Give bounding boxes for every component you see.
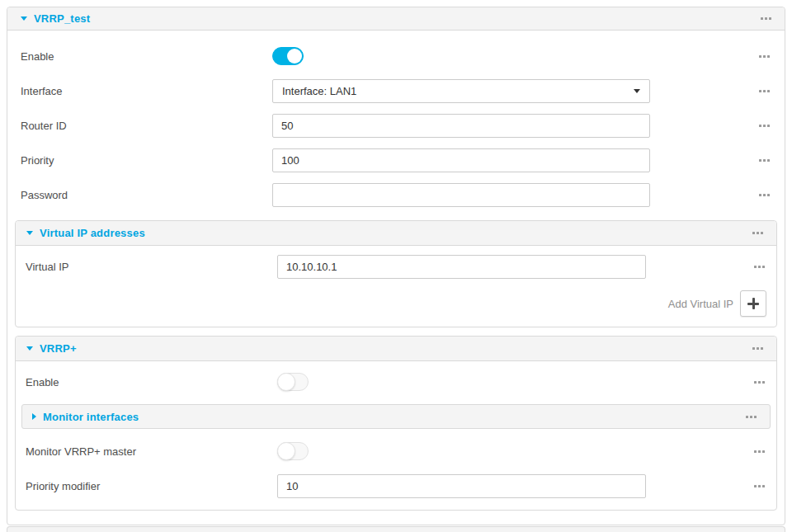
- virtual-ip-input[interactable]: [277, 255, 646, 279]
- form-row-password: Password: [21, 177, 771, 212]
- form-row-priority-modifier: Priority modifier: [26, 468, 766, 503]
- vrrp-plus-enable-toggle[interactable]: [277, 373, 309, 391]
- ellipsis-menu-icon[interactable]: [752, 376, 766, 388]
- field-label: Virtual IP: [26, 261, 277, 273]
- toggle-knob: [287, 49, 302, 64]
- section-title: Monitor interfaces: [43, 411, 139, 423]
- virtual-ip-section-body: Virtual IP Add Virtual IP: [16, 246, 776, 327]
- form-row-vrrp-plus-enable: Enable: [26, 365, 766, 399]
- form-row-monitor-master: Monitor VRRP+ master: [26, 434, 766, 468]
- form-row-priority: Priority: [21, 143, 771, 177]
- ellipsis-menu-icon[interactable]: [759, 12, 773, 25]
- enable-toggle[interactable]: [272, 47, 304, 65]
- priority-modifier-input[interactable]: [277, 474, 646, 498]
- ellipsis-menu-icon[interactable]: [757, 85, 771, 97]
- ellipsis-menu-icon[interactable]: [752, 261, 766, 273]
- field-label: Priority modifier: [26, 480, 277, 492]
- vrrp-plus-section: VRRP+ Enable Monitor interfaces: [15, 336, 777, 511]
- vrrp-panel-header[interactable]: VRRP_test: [7, 7, 785, 31]
- plus-icon: [747, 298, 759, 309]
- triangle-right-icon: [32, 413, 36, 420]
- section-title: Virtual IP addresses: [40, 227, 145, 239]
- password-input[interactable]: [272, 183, 650, 207]
- panel-title: VRRP_test: [34, 12, 90, 25]
- toggle-knob: [277, 373, 295, 391]
- priority-input[interactable]: [272, 148, 650, 172]
- router-id-input[interactable]: [272, 114, 650, 138]
- ellipsis-menu-icon[interactable]: [752, 480, 766, 492]
- ellipsis-menu-icon[interactable]: [751, 227, 765, 239]
- toggle-knob: [277, 442, 295, 460]
- vrrp-plus-section-header[interactable]: VRRP+: [16, 337, 776, 361]
- field-label: Interface: [21, 85, 272, 97]
- monitor-master-toggle[interactable]: [277, 442, 309, 460]
- ellipsis-menu-icon[interactable]: [744, 411, 758, 423]
- caret-down-icon: [634, 89, 640, 93]
- field-label: Password: [21, 189, 272, 201]
- bottom-panel-strip: [7, 526, 785, 532]
- ellipsis-menu-icon[interactable]: [757, 154, 771, 167]
- virtual-ip-section: Virtual IP addresses Virtual IP Add Virt…: [15, 220, 777, 327]
- vrrp-panel: VRRP_test Enable Interface Interface: LA…: [7, 7, 785, 525]
- form-row-virtual-ip: Virtual IP: [26, 249, 766, 284]
- ellipsis-menu-icon[interactable]: [757, 120, 771, 132]
- vrrp-plus-section-body: Enable Monitor interfaces Monitor VRRP+ …: [16, 361, 776, 510]
- monitor-interfaces-header[interactable]: Monitor interfaces: [21, 404, 771, 429]
- triangle-down-icon: [21, 16, 27, 21]
- virtual-ip-section-header[interactable]: Virtual IP addresses: [16, 221, 776, 246]
- ellipsis-menu-icon[interactable]: [751, 342, 765, 355]
- ellipsis-menu-icon[interactable]: [757, 189, 771, 201]
- page: VRRP_test Enable Interface Interface: LA…: [0, 0, 792, 532]
- ellipsis-menu-icon[interactable]: [757, 50, 771, 63]
- add-virtual-ip-label: Add Virtual IP: [668, 298, 733, 310]
- interface-select[interactable]: Interface: LAN1: [272, 79, 650, 103]
- form-row-interface: Interface Interface: LAN1: [21, 73, 771, 108]
- field-label: Enable: [26, 376, 277, 388]
- triangle-down-icon: [26, 346, 33, 351]
- ellipsis-menu-icon[interactable]: [752, 445, 766, 458]
- field-label: Monitor VRRP+ master: [26, 445, 277, 458]
- form-row-router-id: Router ID: [21, 108, 771, 143]
- add-virtual-ip-button[interactable]: [740, 290, 766, 317]
- field-label: Priority: [21, 154, 272, 167]
- field-label: Enable: [21, 50, 272, 63]
- vrrp-panel-body: Enable Interface Interface: LAN1 Router …: [7, 31, 785, 522]
- section-title: VRRP+: [40, 342, 77, 355]
- triangle-down-icon: [26, 231, 33, 235]
- field-label: Router ID: [21, 120, 272, 132]
- interface-select-value: Interface: LAN1: [282, 85, 356, 97]
- add-virtual-ip-row: Add Virtual IP: [26, 284, 766, 320]
- form-row-enable: Enable: [21, 39, 771, 73]
